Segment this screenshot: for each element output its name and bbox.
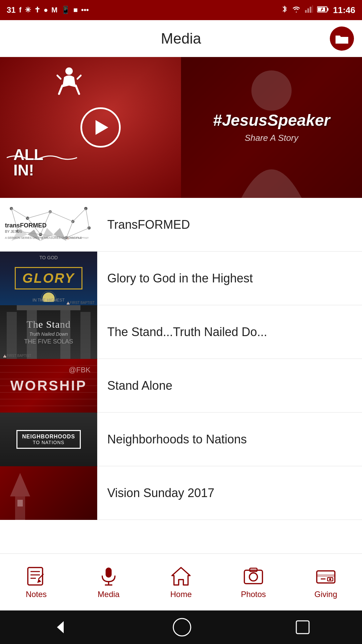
svg-rect-1 (307, 8, 309, 13)
svg-text:transFORMED: transFORMED (5, 221, 47, 228)
series-item-worship[interactable]: WORSHIP @FBK Stand Alone (0, 359, 362, 413)
series-thumb-transformed: transFORMED BY JESUS A SERMON SERIES ON … (0, 198, 97, 252)
glory-text: GLORY (15, 267, 83, 289)
svg-text:BY JESUS: BY JESUS (5, 229, 22, 233)
facebook-icon: f (19, 6, 21, 14)
in-highest-text: IN THE HIGHEST (33, 298, 65, 303)
svg-marker-57 (10, 473, 30, 496)
system-nav-bar (0, 610, 362, 644)
giving-icon (315, 566, 336, 586)
page-title: Media (161, 30, 201, 47)
notes-icon (26, 566, 47, 586)
series-thumb-vision (0, 466, 97, 520)
series-title-neighborhoods: Neighborhoods to Nations (97, 432, 362, 446)
phone-icon: 📱 (61, 6, 70, 14)
series-item-neighborhoods[interactable]: NEIGHBORHOODS TO NATIONS Neighborhoods t… (0, 413, 362, 466)
status-time: 11:46 (333, 5, 356, 15)
wifi-icon (292, 5, 301, 15)
steeple-icon (7, 473, 34, 520)
bluetooth-icon (282, 5, 288, 15)
svg-marker-64 (37, 579, 41, 583)
nav-label-media: Media (98, 590, 119, 599)
svg-point-13 (10, 207, 13, 210)
nav-label-home: Home (170, 590, 192, 599)
svg-rect-48 (17, 305, 80, 310)
series-title-stand: The Stand...Truth Nailed Do... (97, 325, 362, 339)
nav-item-photos[interactable]: Photos (217, 566, 290, 599)
five-solas-text: THE FIVE SOLAS (24, 338, 73, 345)
svg-rect-6 (327, 8, 328, 11)
svg-rect-3 (312, 5, 313, 13)
stand-subtitle: Truth Nailed Down (29, 331, 68, 337)
svg-point-78 (173, 619, 191, 636)
home-icon-wrap (169, 566, 193, 587)
circle-icon: ● (44, 6, 48, 14)
series-thumb-neighborhoods: NEIGHBORHOODS TO NATIONS (0, 413, 97, 466)
gmail-icon: M (51, 6, 57, 14)
home-icon (171, 566, 191, 586)
back-button[interactable] (52, 619, 69, 636)
play-triangle-icon (96, 120, 108, 135)
series-item-vision[interactable]: Vision Sunday 2017 (0, 466, 362, 520)
status-icons-left: 31 f ✳ ✝ ● M 📱 ■ ••• (7, 5, 89, 15)
series-thumb-stand: The Stand Truth Nailed Down THE FIVE SOL… (0, 305, 97, 359)
photos-icon-wrap (241, 566, 265, 587)
bottom-nav: Notes Media Home (0, 553, 362, 610)
battery-icon (317, 5, 329, 15)
worship-at-fbk: @FBK (69, 366, 90, 374)
share-story-text: Share A Story (245, 133, 298, 143)
svg-point-11 (251, 70, 292, 111)
first-baptist-label: ⛪FIRST BAPTIST (66, 301, 95, 305)
nav-item-home[interactable]: Home (145, 566, 217, 599)
status-bar: 31 f ✳ ✝ ● M 📱 ■ ••• (0, 0, 362, 20)
cross-icon: ✝ (34, 6, 40, 14)
nav-item-giving[interactable]: Giving (290, 566, 362, 599)
svg-rect-69 (244, 570, 262, 584)
play-button[interactable] (80, 107, 121, 148)
all-in-banner[interactable]: ALLIN! (0, 57, 181, 198)
signal-icon (305, 5, 313, 15)
photos-icon (243, 566, 264, 586)
svg-point-76 (329, 578, 331, 580)
nav-item-notes[interactable]: Notes (0, 566, 72, 599)
svg-rect-73 (317, 574, 335, 577)
home-button[interactable] (172, 617, 192, 637)
featured-banners: ALLIN! #JesusSpeaker Share A Story (0, 57, 362, 198)
series-item-transformed[interactable]: transFORMED BY JESUS A SERMON SERIES ON … (0, 198, 362, 252)
all-in-label: ALLIN! (13, 147, 43, 178)
content-area: ALLIN! #JesusSpeaker Share A Story (0, 57, 362, 553)
home-circle-icon (172, 617, 192, 637)
svg-rect-44 (7, 312, 17, 359)
notes-icon-wrap (24, 566, 48, 587)
jesus-speaker-banner[interactable]: #JesusSpeaker Share A Story (181, 57, 362, 198)
status-icons-right: 11:46 (282, 5, 356, 15)
svg-marker-77 (57, 621, 64, 633)
series-list: transFORMED BY JESUS A SERMON SERIES ON … (0, 198, 362, 520)
svg-point-10 (65, 67, 73, 75)
nav-label-giving: Giving (314, 590, 337, 599)
network-graphic: transFORMED BY JESUS A SERMON SERIES ON … (2, 201, 96, 248)
media-icon-wrap (97, 566, 121, 587)
recents-button[interactable] (295, 620, 310, 635)
jesus-speaker-text: #JesusSpeaker (213, 112, 330, 129)
media-icon (98, 566, 119, 586)
series-title-transformed: TransFORMED (97, 218, 362, 232)
recents-icon (295, 620, 310, 635)
svg-rect-2 (310, 7, 311, 13)
series-item-glory[interactable]: GLORY TO GOD IN THE HIGHEST ⛪FIRST BAPTI… (0, 252, 362, 305)
first-baptist-stand: ⛪FIRST BAPTIST (3, 354, 31, 358)
neighborhoods-text2: TO NATIONS (22, 440, 75, 445)
svg-rect-65 (106, 568, 112, 578)
calendar-icon: 31 (7, 5, 16, 15)
folder-button[interactable] (330, 26, 354, 51)
series-thumb-glory: GLORY TO GOD IN THE HIGHEST ⛪FIRST BAPTI… (0, 252, 97, 305)
more-dots-icon: ••• (81, 6, 89, 14)
svg-rect-79 (296, 621, 309, 634)
nav-item-media[interactable]: Media (72, 566, 145, 599)
square-icon: ■ (73, 6, 78, 14)
series-item-stand[interactable]: The Stand Truth Nailed Down THE FIVE SOL… (0, 305, 362, 359)
nav-label-photos: Photos (241, 590, 266, 599)
series-title-vision: Vision Sunday 2017 (97, 486, 362, 500)
nav-label-notes: Notes (26, 590, 47, 599)
svg-rect-47 (80, 312, 90, 359)
